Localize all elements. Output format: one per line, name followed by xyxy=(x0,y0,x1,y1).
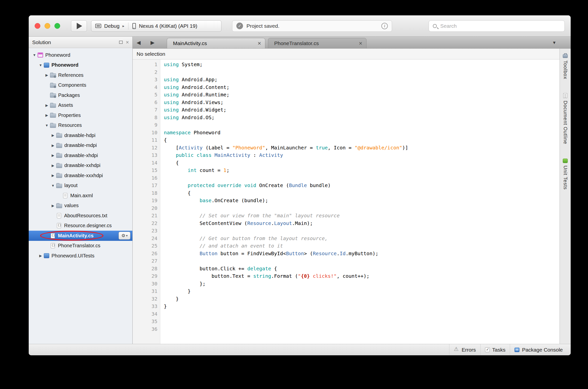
code-line-11[interactable]: 11{ xyxy=(133,136,560,144)
pad-tab-Unit Tests[interactable]: Unit Tests xyxy=(562,158,568,190)
navigate-back-button[interactable]: ◀ xyxy=(137,40,140,46)
breadcrumb[interactable]: No selection xyxy=(133,49,560,60)
tree-item-drawable-xxhdpi[interactable]: ▶drawable-xxhdpi xyxy=(29,161,132,171)
tree-item-layout[interactable]: ▼layout xyxy=(29,181,132,191)
tree-item-Phoneword[interactable]: ▼Phoneword xyxy=(29,60,132,70)
code-line-21[interactable]: 21 // Set our view from the "main" layou… xyxy=(133,212,560,220)
tree-item-MainActivity.cs[interactable]: MainActivity.cs⚙▾ xyxy=(29,231,132,241)
search-field[interactable] xyxy=(429,20,565,32)
tree-item-AboutResources.txt[interactable]: AboutResources.txt xyxy=(29,211,132,221)
tree-item-References[interactable]: ▶References xyxy=(29,70,132,80)
tree-item-drawable-xhdpi[interactable]: ▶drawable-xhdpi xyxy=(29,150,132,161)
disclosure-closed-icon[interactable]: ▶ xyxy=(44,103,50,107)
bottom-bar-Tasks[interactable]: Tasks xyxy=(480,344,510,355)
disclosure-closed-icon[interactable]: ▶ xyxy=(44,73,50,77)
code-line-26[interactable]: 26 Button button = FindViewById<Button> … xyxy=(133,250,560,258)
disclosure-closed-icon[interactable]: ▶ xyxy=(50,163,56,167)
dock-pad-icon[interactable] xyxy=(119,41,123,44)
code-line-27[interactable]: 27 xyxy=(133,257,560,265)
tree-item-Main.axml[interactable]: Main.axml xyxy=(29,191,132,201)
disclosure-closed-icon[interactable]: ▶ xyxy=(37,254,44,258)
tab-close-icon[interactable]: × xyxy=(258,40,261,46)
tab-PhoneTranslator.cs[interactable]: PhoneTranslator.cs× xyxy=(268,38,366,48)
tree-item-drawable-hdpi[interactable]: ▶drawable-hdpi xyxy=(29,130,132,140)
code-line-10[interactable]: 10namespace Phoneword xyxy=(133,129,560,136)
search-input[interactable] xyxy=(440,23,560,29)
disclosure-closed-icon[interactable]: ▶ xyxy=(50,153,56,157)
code-line-32[interactable]: 32 } xyxy=(133,295,560,303)
code-line-22[interactable]: 22 SetContentView (Resource.Layout.Main)… xyxy=(133,220,560,227)
code-line-17[interactable]: 17 protected override void OnCreate (Bun… xyxy=(133,182,560,189)
tab-close-icon[interactable]: × xyxy=(359,40,362,46)
code-line-35[interactable]: 35 xyxy=(133,318,560,325)
code-line-5[interactable]: 5using Android.Runtime; xyxy=(133,91,560,98)
tree-item-Properties[interactable]: ▶Properties xyxy=(29,110,132,120)
code-line-20[interactable]: 20 xyxy=(133,204,560,212)
disclosure-open-icon[interactable]: ▼ xyxy=(37,63,44,67)
code-line-36[interactable]: 36 xyxy=(133,325,560,333)
code-line-25[interactable]: 25 // and attach an event to it xyxy=(133,242,560,250)
close-pad-icon[interactable] xyxy=(126,40,129,45)
tab-overflow-menu-icon[interactable]: ▼ xyxy=(552,40,556,45)
code-line-23[interactable]: 23 xyxy=(133,227,560,235)
code-line-7[interactable]: 7using Android.Widget; xyxy=(133,106,560,114)
tree-item-Components[interactable]: Components xyxy=(29,80,132,91)
configuration-device-selector[interactable]: Debug Nexus 4 (KitKat) (API 19) xyxy=(91,20,222,32)
bottom-bar-Errors[interactable]: Errors xyxy=(449,344,480,355)
code-line-2[interactable]: 2 xyxy=(133,68,560,76)
disclosure-open-icon[interactable]: ▼ xyxy=(44,123,50,127)
tree-item-Resources[interactable]: ▼Resources xyxy=(29,120,132,130)
code-line-33[interactable]: 33} xyxy=(133,302,560,310)
tree-item-Phoneword[interactable]: ▼Phoneword xyxy=(29,50,132,60)
disclosure-open-icon[interactable]: ▼ xyxy=(31,53,38,57)
code-line-28[interactable]: 28 button.Click += delegate { xyxy=(133,265,560,273)
code-line-16[interactable]: 16 xyxy=(133,174,560,182)
pad-tab-Document Outline[interactable]: Document Outline xyxy=(562,93,568,144)
tree-item-Phoneword.UITests[interactable]: ▶Phoneword.UITests xyxy=(29,251,132,261)
code-line-24[interactable]: 24 // Get our button from the layout res… xyxy=(133,235,560,242)
zoom-window-button[interactable] xyxy=(55,23,60,29)
code-line-31[interactable]: 31 } xyxy=(133,288,560,295)
tab-MainActivity.cs[interactable]: MainActivity.cs× xyxy=(167,38,265,48)
divider xyxy=(128,23,128,30)
tree-item-PhoneTranslator.cs[interactable]: PhoneTranslator.cs xyxy=(29,241,132,251)
code-line-9[interactable]: 9 xyxy=(133,121,560,129)
code-line-15[interactable]: 15 int count = 1; xyxy=(133,166,560,174)
close-window-button[interactable] xyxy=(35,23,40,29)
bottom-bar-Package Console[interactable]: Package Console xyxy=(510,344,567,355)
disclosure-closed-icon[interactable]: ▶ xyxy=(50,133,56,137)
code-line-29[interactable]: 29 button.Text = string.Format ("{0} cli… xyxy=(133,272,560,280)
tree-item-label: Properties xyxy=(58,112,81,118)
tree-item-Packages[interactable]: Packages xyxy=(29,90,132,100)
code-line-1[interactable]: 1using System; xyxy=(133,61,560,68)
code-line-34[interactable]: 34 xyxy=(133,310,560,318)
info-icon[interactable] xyxy=(381,23,388,29)
tree-item-drawable-xxxhdpi[interactable]: ▶drawable-xxxhdpi xyxy=(29,170,132,181)
code-line-14[interactable]: 14 { xyxy=(133,159,560,167)
code-line-3[interactable]: 3using Android.App; xyxy=(133,76,560,84)
navigate-forward-button[interactable]: ▶ xyxy=(150,40,154,46)
tree-item-values[interactable]: ▶values xyxy=(29,201,132,211)
tree-item-Assets[interactable]: ▶Assets xyxy=(29,100,132,110)
code-line-8[interactable]: 8using Android.OS; xyxy=(133,114,560,121)
line-number: 15 xyxy=(133,167,160,173)
pad-tab-Toolbox[interactable]: Toolbox xyxy=(562,53,568,79)
code-line-12[interactable]: 12 [Activity (Label = "Phoneword", MainL… xyxy=(133,144,560,152)
code-line-13[interactable]: 13 public class MainActivity : Activity xyxy=(133,151,560,159)
minimize-window-button[interactable] xyxy=(45,23,50,29)
code-line-6[interactable]: 6using Android.Views; xyxy=(133,98,560,106)
disclosure-closed-icon[interactable]: ▶ xyxy=(50,204,56,208)
disclosure-closed-icon[interactable]: ▶ xyxy=(50,143,56,147)
tree-item-Resource.designer.cs[interactable]: Resource.designer.cs xyxy=(29,221,132,231)
code-line-4[interactable]: 4using Android.Content; xyxy=(133,84,560,91)
code-line-19[interactable]: 19 base.OnCreate (bundle); xyxy=(133,197,560,204)
item-options-gear-button[interactable]: ⚙▾ xyxy=(118,232,130,240)
run-button[interactable] xyxy=(71,20,87,32)
tree-item-drawable-mdpi[interactable]: ▶drawable-mdpi xyxy=(29,140,132,151)
code-line-18[interactable]: 18 { xyxy=(133,189,560,197)
disclosure-closed-icon[interactable]: ▶ xyxy=(50,173,56,177)
code-editor[interactable]: 1using System;23using Android.App;4using… xyxy=(133,60,560,344)
disclosure-closed-icon[interactable]: ▶ xyxy=(44,113,50,117)
code-line-30[interactable]: 30 }; xyxy=(133,280,560,288)
disclosure-open-icon[interactable]: ▼ xyxy=(50,184,56,188)
